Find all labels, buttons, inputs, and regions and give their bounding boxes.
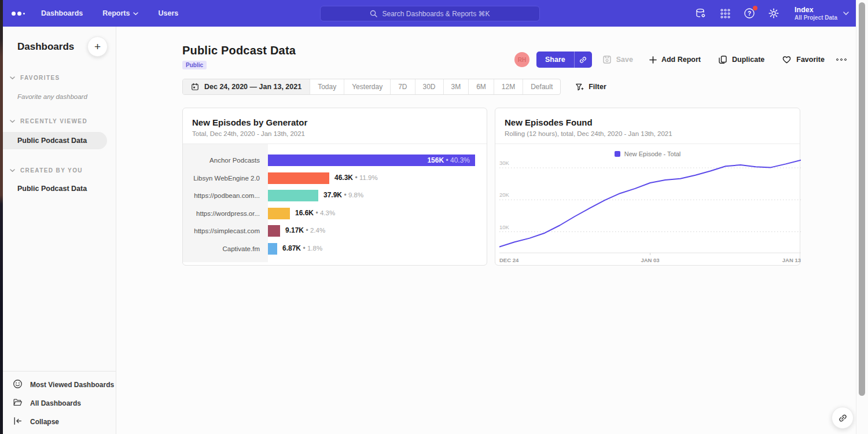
- sidebar-sections: FAVORITESFavorite any dashboardRECENTLY …: [3, 75, 116, 193]
- sidebar-section-recently-viewed[interactable]: RECENTLY VIEWED: [3, 118, 116, 124]
- duplicate-icon: [718, 55, 727, 64]
- sidebar-section-favorites[interactable]: FAVORITES: [3, 75, 116, 81]
- share-button[interactable]: Share: [536, 52, 574, 68]
- chevron-down-icon: [10, 120, 15, 123]
- bar-category-label: https://simplecast.com: [183, 227, 268, 234]
- bar-row-libsyn-webengine-2-0: Libsyn WebEngine 2.046.3K • 11.9%: [183, 170, 487, 187]
- bar-row-https-podbean-com: https://podbean.com...37.9K • 9.8%: [183, 187, 487, 204]
- sidebar-empty-hint: Favorite any dashboard: [3, 93, 116, 100]
- share-link-button[interactable]: [574, 52, 592, 68]
- avatar[interactable]: RH: [514, 52, 529, 67]
- sidebar-footer-collapse[interactable]: Collapse: [3, 413, 116, 431]
- bar[interactable]: [268, 243, 277, 255]
- chevron-down-icon: [10, 169, 15, 172]
- bar[interactable]: [268, 208, 290, 219]
- nav-item-users[interactable]: Users: [158, 9, 178, 17]
- chevron-down-icon: [10, 76, 15, 80]
- background-window-sliver: [0, 0, 3, 434]
- line-series-new-episode-total: [499, 160, 801, 247]
- svg-text:JAN 03: JAN 03: [641, 257, 659, 263]
- chevron-down-icon: [133, 12, 138, 16]
- sidebar: Dashboards + FAVORITESFavorite any dashb…: [3, 27, 116, 434]
- sidebar-footer-all-dashboards[interactable]: All Dashboards: [3, 394, 116, 413]
- card-new-episodes-found: New Episodes Found Rolling (12 hours), t…: [495, 108, 800, 266]
- preset-yesterday[interactable]: Yesterday: [344, 79, 391, 94]
- bar-category-label: Anchor Podcasts: [183, 157, 268, 164]
- add-dashboard-button[interactable]: +: [87, 36, 108, 57]
- notification-badge: [753, 6, 757, 10]
- logo-dot: [23, 13, 25, 14]
- duplicate-button[interactable]: Duplicate: [718, 55, 764, 64]
- bar-chart: Anchor Podcasts156K • 40.3%Libsyn WebEng…: [183, 144, 487, 266]
- preset-6m[interactable]: 6M: [469, 79, 494, 94]
- card-subtitle: Total, Dec 24th, 2020 - Jan 13th, 2021: [192, 130, 477, 144]
- date-range-bar: Dec 24, 2020 — Jan 13, 2021 TodayYesterd…: [182, 79, 606, 95]
- header-actions: RH Share Save Add Report Duplicate: [514, 52, 847, 68]
- collapse-icon: [13, 416, 23, 428]
- svg-text:DEC 24: DEC 24: [499, 257, 519, 263]
- help-icon[interactable]: ?: [744, 8, 755, 19]
- link-icon: [838, 413, 848, 423]
- sidebar-item-public-podcast-data[interactable]: Public Podcast Data: [3, 185, 116, 193]
- save-icon: [602, 55, 612, 64]
- page-title: Public Podcast Data: [182, 44, 296, 57]
- bar[interactable]: [268, 190, 318, 201]
- visibility-badge: Public: [182, 61, 207, 69]
- calendar-icon: [191, 83, 199, 91]
- workspace-name: Index: [795, 6, 837, 14]
- line-chart[interactable]: 10K20K30KDEC 24JAN 03JAN 13: [499, 153, 801, 266]
- top-nav: DashboardsReportsUsers Search Dashboards…: [0, 0, 856, 27]
- sidebar-item-public-podcast-data[interactable]: Public Podcast Data: [3, 132, 107, 149]
- bar[interactable]: 156K • 40.3%: [268, 155, 475, 166]
- preset-12m[interactable]: 12M: [494, 79, 523, 94]
- settings-icon[interactable]: [768, 8, 779, 19]
- preset-30d[interactable]: 30D: [415, 79, 444, 94]
- smiley-icon: [13, 379, 23, 391]
- bar[interactable]: [268, 172, 329, 184]
- date-range-picker[interactable]: Dec 24, 2020 — Jan 13, 2021: [183, 79, 310, 94]
- share-link-fab[interactable]: [832, 407, 854, 429]
- preset-7d[interactable]: 7D: [391, 79, 415, 94]
- filter-button[interactable]: Filter: [575, 83, 606, 91]
- data-sources-icon[interactable]: [695, 8, 707, 19]
- sidebar-footer-most-viewed-dashboards[interactable]: Most Viewed Dashboards: [3, 376, 116, 394]
- bar-row-https-simplecast-com: https://simplecast.com9.17K • 2.4%: [183, 222, 487, 240]
- sidebar-section-created-by-you[interactable]: CREATED BY YOU: [3, 167, 116, 174]
- favorite-button[interactable]: Favorite: [782, 55, 825, 64]
- nav-item-dashboards[interactable]: Dashboards: [41, 9, 83, 17]
- search-input[interactable]: Search Dashboards & Reports ⌘K: [320, 6, 540, 21]
- workspace-switcher[interactable]: Index All Project Data: [795, 6, 849, 21]
- bar-category-label: Captivate.fm: [183, 245, 268, 252]
- heart-icon: [782, 55, 792, 64]
- scrollbar-thumb[interactable]: [859, 2, 865, 396]
- scrollbar: [856, 0, 868, 434]
- svg-text:30K: 30K: [499, 160, 510, 166]
- workspace-scope: All Project Data: [795, 14, 837, 21]
- nav-item-reports[interactable]: Reports: [102, 9, 138, 17]
- app-logo[interactable]: [12, 12, 25, 16]
- bar-category-label: Libsyn WebEngine 2.0: [183, 175, 268, 182]
- apps-grid-icon[interactable]: [719, 8, 731, 19]
- svg-text:10K: 10K: [499, 224, 510, 230]
- card-new-episodes-by-generator: New Episodes by Generator Total, Dec 24t…: [182, 108, 487, 266]
- logo-dot: [12, 12, 16, 16]
- preset-today[interactable]: Today: [310, 79, 344, 94]
- app-screen: DashboardsReportsUsers Search Dashboards…: [0, 0, 868, 434]
- chevron-down-icon: [843, 12, 849, 16]
- preset-3m[interactable]: 3M: [444, 79, 469, 94]
- search-icon: [370, 10, 377, 17]
- preset-default[interactable]: Default: [523, 79, 560, 94]
- svg-text:JAN 13: JAN 13: [782, 257, 801, 263]
- card-title: New Episodes Found: [505, 117, 790, 127]
- bar-row-https-wordpress-or: https://wordpress.or...16.6K • 4.3%: [183, 205, 487, 222]
- add-report-button[interactable]: Add Report: [649, 56, 701, 64]
- more-actions-button[interactable]: [836, 58, 847, 61]
- bar[interactable]: [268, 225, 280, 237]
- plus-icon: [649, 56, 657, 64]
- save-button[interactable]: Save: [602, 55, 633, 64]
- nav-right: ? Index All Project Data: [695, 0, 849, 27]
- folder-icon: [13, 398, 23, 410]
- bar-category-label: https://podbean.com...: [183, 192, 268, 199]
- bar-row-anchor-podcasts: Anchor Podcasts156K • 40.3%: [183, 152, 487, 169]
- sidebar-title: Dashboards: [17, 41, 74, 53]
